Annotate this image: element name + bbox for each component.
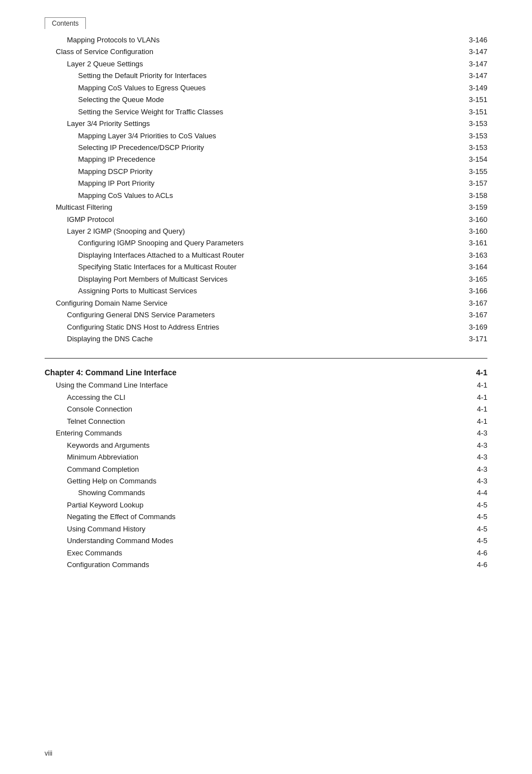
entry-page-configuration-commands: 4-6 bbox=[454, 559, 487, 570]
entry-page-layer2-igmp: 3-160 bbox=[454, 225, 487, 237]
toc-entry-configuration-commands: Configuration Commands4-6 bbox=[45, 559, 487, 570]
entry-title-displaying-dns-cache: Displaying the DNS Cache bbox=[45, 333, 454, 345]
entry-title-using-cli: Using the Command Line Interface bbox=[45, 379, 454, 391]
toc-entry-showing-commands: Showing Commands4-4 bbox=[45, 487, 487, 499]
entry-page-console-connection: 4-1 bbox=[454, 403, 487, 415]
entry-title-mapping-ip-precedence: Mapping IP Precedence bbox=[45, 153, 454, 165]
entry-title-class-of-service-config: Class of Service Configuration bbox=[45, 46, 454, 57]
entry-title-displaying-port-members: Displaying Port Members of Multicast Ser… bbox=[45, 273, 454, 285]
page-number: viii bbox=[45, 749, 52, 757]
entry-page-accessing-cli: 4-1 bbox=[454, 391, 487, 403]
entry-page-partial-keyword-lookup: 4-5 bbox=[454, 499, 487, 511]
entry-title-negating-effect-commands: Negating the Effect of Commands bbox=[45, 511, 454, 523]
toc-entry-keywords-arguments: Keywords and Arguments4-3 bbox=[45, 439, 487, 451]
toc-entry-setting-default-priority: Setting the Default Priority for Interfa… bbox=[45, 70, 487, 81]
contents-tab: Contents bbox=[45, 17, 86, 29]
toc-entry-mapping-ip-precedence: Mapping IP Precedence3-154 bbox=[45, 153, 487, 165]
toc-entry-configuring-general-dns: Configuring General DNS Service Paramete… bbox=[45, 309, 487, 321]
entry-title-keywords-arguments: Keywords and Arguments bbox=[45, 439, 454, 451]
toc-entry-displaying-dns-cache: Displaying the DNS Cache3-171 bbox=[45, 333, 487, 345]
entry-title-mapping-ip-port-priority: Mapping IP Port Priority bbox=[45, 177, 454, 189]
entry-page-entering-commands: 4-3 bbox=[454, 427, 487, 439]
toc-entry-layer2-queue-settings: Layer 2 Queue Settings3-147 bbox=[45, 58, 487, 70]
toc-entry-command-completion: Command Completion4-3 bbox=[45, 463, 487, 475]
toc-entry-configuring-static-dns: Configuring Static DNS Host to Address E… bbox=[45, 321, 487, 333]
toc-entry-displaying-port-members: Displaying Port Members of Multicast Ser… bbox=[45, 273, 487, 285]
entry-page-mapping-cos-acls: 3-158 bbox=[454, 190, 487, 201]
toc-entry-configuring-igmp-snooping: Configuring IGMP Snooping and Query Para… bbox=[45, 237, 487, 249]
entry-title-mapping-cos-acls: Mapping CoS Values to ACLs bbox=[45, 190, 454, 201]
toc-entry-accessing-cli: Accessing the CLI4-1 bbox=[45, 391, 487, 403]
toc-entry-mapping-cos-egress: Mapping CoS Values to Egress Queues3-149 bbox=[45, 82, 487, 94]
entry-page-mapping-protocols-vlans: 3-146 bbox=[454, 34, 487, 46]
toc-entry-minimum-abbreviation: Minimum Abbreviation4-3 bbox=[45, 451, 487, 463]
entry-title-configuring-general-dns: Configuring General DNS Service Paramete… bbox=[45, 309, 454, 321]
page-container: Contents Mapping Protocols to VLANs3-146… bbox=[0, 0, 532, 774]
toc-entry-multicast-filtering: Multicast Filtering3-159 bbox=[45, 201, 487, 213]
toc-entry-mapping-ip-port-priority: Mapping IP Port Priority3-157 bbox=[45, 177, 487, 189]
entry-title-getting-help-commands: Getting Help on Commands bbox=[45, 475, 454, 487]
entry-page-configuring-domain-name: 3-167 bbox=[454, 297, 487, 309]
entry-page-configuring-general-dns: 3-167 bbox=[454, 309, 487, 321]
toc-entry-mapping-protocols-vlans: Mapping Protocols to VLANs3-146 bbox=[45, 34, 487, 46]
entry-page-negating-effect-commands: 4-5 bbox=[454, 511, 487, 523]
toc-entry-entering-commands: Entering Commands4-3 bbox=[45, 427, 487, 439]
entry-title-multicast-filtering: Multicast Filtering bbox=[45, 201, 454, 213]
contents-tab-label: Contents bbox=[52, 20, 79, 27]
toc-entry-layer34-priority-settings: Layer 3/4 Priority Settings3-153 bbox=[45, 118, 487, 129]
toc-entry-getting-help-commands: Getting Help on Commands4-3 bbox=[45, 475, 487, 487]
toc-entry-layer2-igmp: Layer 2 IGMP (Snooping and Query)3-160 bbox=[45, 225, 487, 237]
entry-page-showing-commands: 4-4 bbox=[454, 487, 487, 499]
entry-page-specifying-static-interfaces: 3-164 bbox=[454, 261, 487, 273]
entry-page-mapping-layer34-priorities: 3-153 bbox=[454, 130, 487, 142]
entry-title-selecting-ip-precedence: Selecting IP Precedence/DSCP Priority bbox=[45, 142, 454, 153]
entry-title-specifying-static-interfaces: Specifying Static Interfaces for a Multi… bbox=[45, 261, 454, 273]
toc-section-chapter: Chapter 4: Command Line Interface4-1Usin… bbox=[45, 366, 487, 570]
page-footer: viii bbox=[45, 749, 52, 757]
toc-entry-console-connection: Console Connection4-1 bbox=[45, 403, 487, 415]
entry-page-displaying-interfaces-multicast: 3-163 bbox=[454, 249, 487, 261]
toc-entry-chapter4-header: Chapter 4: Command Line Interface4-1 bbox=[45, 366, 487, 379]
toc-entry-mapping-dscp-priority: Mapping DSCP Priority3-155 bbox=[45, 166, 487, 177]
entry-page-selecting-ip-precedence: 3-153 bbox=[454, 142, 487, 153]
entry-page-telnet-connection: 4-1 bbox=[454, 415, 487, 427]
entry-title-setting-default-priority: Setting the Default Priority for Interfa… bbox=[45, 70, 454, 81]
toc-entry-using-cli: Using the Command Line Interface4-1 bbox=[45, 379, 487, 391]
entry-page-exec-commands: 4-6 bbox=[454, 547, 487, 559]
toc-entry-assigning-ports-multicast: Assigning Ports to Multicast Services3-1… bbox=[45, 285, 487, 297]
toc-entry-partial-keyword-lookup: Partial Keyword Lookup4-5 bbox=[45, 499, 487, 511]
entry-page-displaying-dns-cache: 3-171 bbox=[454, 333, 487, 345]
entry-title-mapping-dscp-priority: Mapping DSCP Priority bbox=[45, 166, 454, 177]
entry-page-understanding-command-modes: 4-5 bbox=[454, 535, 487, 546]
entry-page-configuring-igmp-snooping: 3-161 bbox=[454, 237, 487, 249]
entry-page-mapping-ip-precedence: 3-154 bbox=[454, 153, 487, 165]
chapter-divider bbox=[45, 358, 487, 359]
entry-title-layer34-priority-settings: Layer 3/4 Priority Settings bbox=[45, 118, 454, 129]
toc-entry-configuring-domain-name: Configuring Domain Name Service3-167 bbox=[45, 297, 487, 309]
entry-page-setting-default-priority: 3-147 bbox=[454, 70, 487, 81]
toc-entry-specifying-static-interfaces: Specifying Static Interfaces for a Multi… bbox=[45, 261, 487, 273]
entry-title-selecting-queue-mode: Selecting the Queue Mode bbox=[45, 94, 454, 105]
toc-entry-igmp-protocol: IGMP Protocol3-160 bbox=[45, 214, 487, 225]
entry-page-assigning-ports-multicast: 3-166 bbox=[454, 285, 487, 297]
entry-page-setting-service-weight: 3-151 bbox=[454, 106, 487, 118]
toc-entry-negating-effect-commands: Negating the Effect of Commands4-5 bbox=[45, 511, 487, 523]
entry-title-command-completion: Command Completion bbox=[45, 463, 454, 475]
entry-page-keywords-arguments: 4-3 bbox=[454, 439, 487, 451]
entry-title-displaying-interfaces-multicast: Displaying Interfaces Attached to a Mult… bbox=[45, 249, 454, 261]
toc-entry-selecting-queue-mode: Selecting the Queue Mode3-151 bbox=[45, 94, 487, 105]
toc-entry-selecting-ip-precedence: Selecting IP Precedence/DSCP Priority3-1… bbox=[45, 142, 487, 153]
entry-title-mapping-cos-egress: Mapping CoS Values to Egress Queues bbox=[45, 82, 454, 94]
entry-page-layer2-queue-settings: 3-147 bbox=[454, 58, 487, 70]
entry-title-console-connection: Console Connection bbox=[45, 403, 454, 415]
toc-entry-telnet-connection: Telnet Connection4-1 bbox=[45, 415, 487, 427]
toc-entry-understanding-command-modes: Understanding Command Modes4-5 bbox=[45, 535, 487, 546]
entry-page-multicast-filtering: 3-159 bbox=[454, 201, 487, 213]
entry-title-configuration-commands: Configuration Commands bbox=[45, 559, 454, 570]
entry-title-igmp-protocol: IGMP Protocol bbox=[45, 214, 454, 225]
entry-page-getting-help-commands: 4-3 bbox=[454, 475, 487, 487]
toc-entry-class-of-service-config: Class of Service Configuration3-147 bbox=[45, 46, 487, 57]
entry-page-minimum-abbreviation: 4-3 bbox=[454, 451, 487, 463]
entry-title-layer2-igmp: Layer 2 IGMP (Snooping and Query) bbox=[45, 225, 454, 237]
entry-title-accessing-cli: Accessing the CLI bbox=[45, 391, 454, 403]
